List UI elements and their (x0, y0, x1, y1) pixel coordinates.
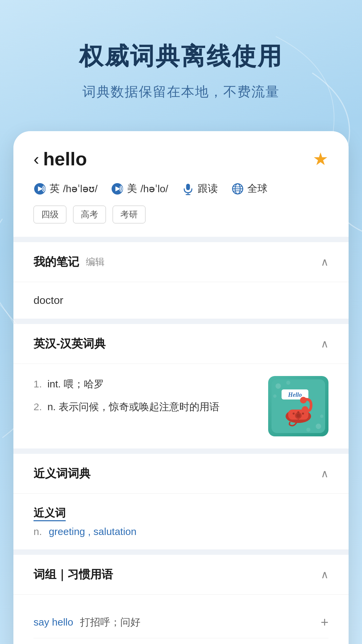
dict-entry: 1. int. 喂；哈罗 2. n. 表示问候，惊奇或唤起注意时的用语 (34, 376, 328, 436)
phrase-item-1: say hello 打招呼；问好 + (34, 607, 328, 638)
top-section: 权威词典离线使用 词典数据保留在本地，不费流量 (0, 0, 362, 121)
dictionary-section: 英汉-汉英词典 ∧ 1. int. 喂；哈罗 2. n. 表示问候，惊奇或唤起注… (13, 324, 349, 448)
phrases-section: 词组｜习惯用语 ∧ say hello 打招呼；问好 + hello every… (13, 555, 349, 644)
phrases-title: 词组｜习惯用语 (34, 567, 113, 582)
phrase-add-button-1[interactable]: + (321, 615, 328, 630)
american-phonetic: /həˈlo/ (140, 183, 168, 195)
follow-read-label: 跟读 (198, 182, 218, 196)
svg-point-23 (293, 413, 295, 415)
def-pos-1: int. (47, 378, 63, 389)
synonyms-title: 近义词词典 (34, 466, 90, 481)
synonyms-content: 近义词 n. greeting , salutation (13, 494, 349, 549)
back-arrow[interactable]: ‹ (34, 149, 39, 169)
tag-cet4: 四级 (34, 206, 66, 223)
global-button[interactable]: 全球 (231, 182, 267, 196)
svg-point-11 (276, 383, 281, 389)
synonym-word-2[interactable]: salutation (94, 526, 136, 537)
def-text-1: 喂；哈罗 (64, 378, 104, 389)
word-header: ‹ hello ★ 英 /həˈləʊ/ (13, 131, 349, 237)
synonyms-section: 近义词词典 ∧ 近义词 n. greeting , salutation (13, 454, 349, 549)
dict-def-1: 1. int. 喂；哈罗 (34, 376, 258, 392)
svg-point-15 (306, 428, 310, 432)
svg-point-16 (320, 415, 323, 418)
def-pos-2: n. (47, 401, 58, 412)
british-sound-icon (34, 182, 46, 195)
word-title-row: ‹ hello ★ (34, 148, 328, 170)
dictionary-header[interactable]: 英汉-汉英词典 ∧ (13, 324, 349, 364)
def-text-2: 表示问候，惊奇或唤起注意时的用语 (59, 401, 220, 412)
exam-tags-row: 四级 高考 考研 (34, 206, 328, 223)
edit-notes-button[interactable]: 编辑 (86, 256, 105, 268)
dict-def-2: 2. n. 表示问候，惊奇或唤起注意时的用语 (34, 399, 258, 415)
phrases-collapse-icon[interactable]: ∧ (321, 568, 328, 581)
word-with-back: ‹ hello (34, 148, 87, 170)
svg-text:Hello: Hello (288, 391, 302, 398)
globe-icon (231, 182, 244, 195)
american-pronunciation[interactable]: 美 /həˈlo/ (111, 182, 168, 196)
word-text: hello (43, 148, 87, 170)
svg-point-14 (316, 424, 321, 429)
follow-read-button[interactable]: 跟读 (182, 182, 218, 196)
note-value: doctor (34, 294, 63, 306)
british-label: 英 (50, 182, 60, 196)
main-title: 权威词典离线使用 (20, 40, 342, 72)
british-pronunciation[interactable]: 英 /həˈləʊ/ (34, 182, 98, 196)
dictionary-title: 英汉-汉英词典 (34, 336, 106, 352)
divider-3 (13, 448, 349, 454)
global-label: 全球 (247, 182, 267, 196)
svg-point-13 (273, 394, 277, 398)
svg-point-27 (302, 406, 308, 413)
synonyms-header[interactable]: 近义词词典 ∧ (13, 454, 349, 494)
phrases-header[interactable]: 词组｜习惯用语 ∧ (13, 555, 349, 595)
pronunciation-row: 英 /həˈləʊ/ 美 /həˈlo/ (34, 182, 328, 196)
dictionary-card: ‹ hello ★ 英 /həˈləʊ/ (13, 131, 349, 644)
phrase-en-1[interactable]: say hello (34, 616, 73, 628)
svg-point-24 (297, 411, 299, 413)
synonym-heading: 近义词 (34, 507, 66, 521)
favorite-star-icon[interactable]: ★ (313, 149, 328, 169)
divider-2 (13, 319, 349, 324)
svg-rect-4 (186, 183, 190, 190)
svg-point-25 (302, 413, 304, 415)
my-notes-section: 我的笔记 编辑 ∧ doctor (13, 242, 349, 319)
my-notes-content: doctor (13, 282, 349, 319)
telephone-svg: Hello (272, 379, 325, 433)
sub-title: 词典数据保留在本地，不费流量 (20, 83, 342, 101)
british-phonetic: /həˈləʊ/ (63, 183, 98, 195)
phrase-text-group-1: say hello 打招呼；问好 (34, 615, 140, 629)
synonym-list-row: n. greeting , salutation (34, 526, 328, 537)
divider-4 (13, 549, 349, 555)
phrase-item-2: hello everyone 大家好 (34, 638, 328, 644)
my-notes-collapse-icon[interactable]: ∧ (321, 256, 328, 268)
dict-illustration: Hello (268, 376, 328, 436)
divider-1 (13, 237, 349, 242)
synonym-word-1[interactable]: greeting (49, 526, 85, 537)
american-label: 美 (127, 182, 137, 196)
phrase-cn-1: 打招呼；问好 (80, 616, 140, 628)
my-notes-header[interactable]: 我的笔记 编辑 ∧ (13, 242, 349, 282)
american-sound-icon (111, 182, 124, 195)
svg-point-12 (286, 381, 290, 385)
phrases-content: say hello 打招呼；问好 + hello everyone 大家好 (13, 595, 349, 644)
synonyms-label: 近义词 (34, 506, 328, 521)
dictionary-content: 1. int. 喂；哈罗 2. n. 表示问候，惊奇或唤起注意时的用语 (13, 364, 349, 448)
tag-gaokao: 高考 (73, 206, 106, 223)
def-number-1: 1. (34, 378, 42, 389)
synonym-comma: , (88, 526, 94, 537)
synonym-pos: n. (34, 526, 42, 537)
svg-point-26 (300, 397, 307, 404)
tag-kaoyan: 考研 (113, 206, 145, 223)
synonyms-collapse-icon[interactable]: ∧ (321, 467, 328, 480)
microphone-icon (182, 182, 194, 195)
svg-point-22 (296, 414, 300, 418)
my-notes-title: 我的笔记 (34, 254, 79, 270)
dictionary-collapse-icon[interactable]: ∧ (321, 337, 328, 350)
my-notes-title-group: 我的笔记 编辑 (34, 254, 105, 270)
dict-definitions: 1. int. 喂；哈罗 2. n. 表示问候，惊奇或唤起注意时的用语 (34, 376, 258, 436)
def-number-2: 2. (34, 401, 42, 412)
